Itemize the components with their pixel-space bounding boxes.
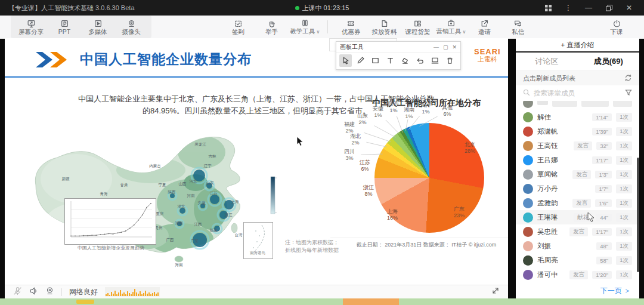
map-color-scale <box>271 177 275 214</box>
member-row[interactable]: 吴忠胜发言1'17"1次 <box>516 224 639 239</box>
toolbar-label: 课程货架 <box>405 29 430 35</box>
whiteboard-minimize-button[interactable]: — <box>434 44 439 50</box>
badge-blur <box>552 101 577 107</box>
search-placeholder: 搜索课堂成员 <box>534 89 621 98</box>
member-row[interactable]: 刘振48"1次 <box>516 239 639 253</box>
svg-text:湖南: 湖南 <box>175 221 184 225</box>
badge-blur <box>613 101 632 107</box>
member-name: 王高钰 <box>537 141 569 150</box>
pie-label: 江苏6% <box>360 159 370 172</box>
status-bar: 网络良好 <box>5 285 508 298</box>
taskbar-logo <box>76 300 94 304</box>
toolbar-media-button[interactable]: 多媒体 <box>81 16 114 38</box>
speak-badge: 发言 <box>572 170 591 179</box>
member-name: 王琳琳 <box>537 213 569 222</box>
toolbar-checkin-button[interactable]: 签到 <box>221 16 255 38</box>
tool-undo-icon[interactable] <box>414 54 426 67</box>
member-row[interactable]: 解佳1'14"1次 <box>516 110 639 124</box>
webcam-icon[interactable] <box>45 286 54 298</box>
briefcase-icon <box>447 19 456 27</box>
whiteboard-close-button[interactable]: ✕ <box>452 44 457 50</box>
toolbar-endclass-button[interactable]: 下课 <box>600 16 633 38</box>
time-badge: 1'20" <box>592 271 612 279</box>
svg-text:海南: 海南 <box>175 263 184 267</box>
media-icon <box>94 19 103 28</box>
svg-text:甘肃: 甘肃 <box>120 183 129 187</box>
member-row[interactable]: 郑潇帆1'39"1次 <box>516 124 639 138</box>
toolbar-ppt-button[interactable]: PPT <box>48 16 81 38</box>
tool-pen-icon[interactable] <box>354 54 367 67</box>
member-row[interactable]: 王吕娜1'17"1次 <box>516 153 639 167</box>
member-avatar <box>523 170 533 180</box>
tab-members[interactable]: 成员(69) <box>578 53 640 70</box>
member-row[interactable]: 毛周亮58"1次 <box>516 253 639 267</box>
tab-discussion[interactable]: 讨论区 <box>516 53 578 70</box>
filter-icon[interactable] <box>625 88 632 98</box>
toolbar-shelf-button[interactable]: 课程货架 <box>401 16 434 38</box>
hainan-island <box>175 256 183 262</box>
member-name: 刘振 <box>537 242 592 251</box>
speak-badge: 献花 <box>574 213 592 222</box>
member-row[interactable]: 孟雅韵发言1'6"1次 <box>516 196 639 210</box>
toolbar-invite-button[interactable]: 邀请 <box>467 16 501 38</box>
pie-label: 浙江8% <box>363 184 374 198</box>
trend-chart-caption: 中国人工智能新增企业发展趋势 <box>51 245 171 251</box>
whiteboard-maximize-button[interactable]: ▢ <box>443 44 448 50</box>
pie-label: 湖北2% <box>350 133 361 146</box>
refresh-icon[interactable] <box>624 74 632 83</box>
toolbar-dm-button[interactable]: 私信 <box>501 16 534 38</box>
tool-rect-icon[interactable] <box>369 54 382 67</box>
live-intro-button[interactable]: + 直播介绍 <box>516 38 639 53</box>
toolbar-camera-button[interactable]: 摄像头 <box>114 16 148 38</box>
scrollbar-thumb[interactable] <box>637 158 639 272</box>
tool-board-icon[interactable] <box>429 54 441 67</box>
svg-text:河南: 河南 <box>187 193 196 198</box>
member-row[interactable] <box>516 101 639 110</box>
expand-icon[interactable] <box>491 286 500 297</box>
svg-text:江苏: 江苏 <box>210 191 218 196</box>
map-inset-trend-chart <box>64 198 156 245</box>
tool-select-icon[interactable] <box>339 54 352 67</box>
toolbar-label: 举手 <box>265 29 278 35</box>
mic-muted-icon[interactable] <box>13 286 22 298</box>
toolbar-briefcase-button[interactable]: 营销工具∨ <box>434 16 467 38</box>
toolbar-label: 下课 <box>611 29 623 35</box>
tool-eraser-icon[interactable] <box>399 54 411 67</box>
toolbar-coupon-button[interactable]: 优惠券 <box>334 16 367 38</box>
toolbar-hand-button[interactable]: 举手 <box>255 16 288 38</box>
member-name: 毛周亮 <box>537 256 592 265</box>
member-row[interactable]: 万小丹1'7"1次 <box>516 181 639 196</box>
time-badge: 1'39" <box>592 128 612 135</box>
checkin-icon <box>234 19 243 28</box>
count-badge: 1次 <box>616 156 632 165</box>
member-row[interactable]: 覃闻铭发言1'3"1次 <box>516 167 639 181</box>
seari-logo: SEARI 上電科 <box>474 48 501 63</box>
toolbar-doc-button[interactable]: 投放资料 <box>367 16 401 38</box>
tool-text-icon[interactable] <box>384 54 397 67</box>
next-page-button[interactable]: 下一页 ＞ <box>600 286 631 296</box>
tools-icon <box>301 19 309 27</box>
main-toolbar: 屏幕分享PPT多媒体摄像头 签到举手教学工具∨ 优惠券投放资料课程货架营销工具∨… <box>0 16 644 39</box>
time-badge: 1'7" <box>595 185 612 193</box>
tool-trash-icon[interactable] <box>444 54 456 67</box>
pie-chart-panel: 中国人工智能公司所在地分布 北京28%广东23%上海16%浙江8%江苏6%四川3… <box>342 95 508 252</box>
window-title-bar: 【专业课】人工智能技术基础 3.0.6.30 Beta 上课中 01:23:15… <box>0 0 644 16</box>
speak-badge: 发言 <box>572 199 591 208</box>
toolbar-tools-button[interactable]: 教学工具∨ <box>288 16 321 38</box>
endclass-icon <box>612 19 621 28</box>
count-badge: 1次 <box>616 184 632 193</box>
member-search-input[interactable]: 搜索课堂成员 <box>516 85 639 101</box>
speaker-icon[interactable] <box>29 286 38 298</box>
member-row[interactable]: 王高钰发言32"1次 <box>516 138 639 153</box>
svg-text:广西: 广西 <box>166 238 175 242</box>
pie-label: 陕西1% <box>388 101 399 114</box>
member-row[interactable]: 潘可中发言1'20"1次 <box>516 267 639 282</box>
slide-header: 中国人工智能企业数量分布 <box>35 50 252 69</box>
toolbar-screen-share-button[interactable]: 屏幕分享 <box>14 16 48 38</box>
member-name: 孟雅韵 <box>537 199 568 208</box>
count-badge: 1次 <box>616 270 632 279</box>
member-row[interactable]: 王琳琳献花44"1次 <box>516 210 639 224</box>
count-badge: 1次 <box>616 141 632 150</box>
refresh-members-row[interactable]: 点击刷新成员列表 <box>516 71 639 85</box>
count-badge: 1次 <box>616 242 632 251</box>
